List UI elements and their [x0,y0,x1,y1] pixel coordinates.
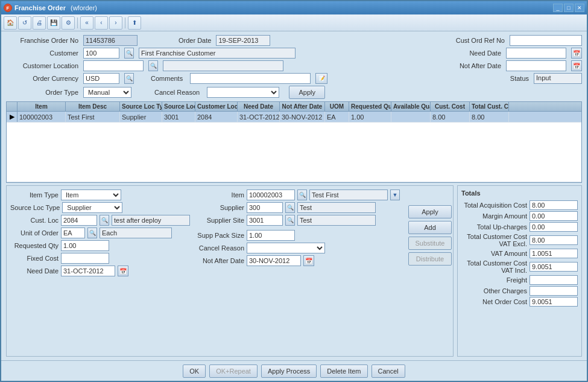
need-date-input[interactable] [506,48,566,59]
order-date-input[interactable] [216,35,270,46]
minimize-button[interactable]: _ [553,4,563,12]
cust-loc-id-input[interactable] [61,215,97,226]
order-type-select[interactable]: Manual [83,87,131,98]
header-apply-button[interactable]: Apply [289,86,325,99]
item-lookup-button[interactable]: 🔍 [297,189,307,200]
item-type-select[interactable]: Item [61,189,121,200]
customer-location-name-input [163,60,283,71]
delete-item-button[interactable]: Delete Item [320,364,367,378]
add-button[interactable]: Add [408,221,452,234]
total-customer-cost-vat-excl-label: Total Customer Cost VAT Excl. [461,233,527,247]
item-extra-button[interactable]: ▼ [390,189,400,200]
order-currency-label: Order Currency [6,75,78,82]
margin-amount-row: Margin Amount [461,211,578,221]
freight-label: Freight [461,276,527,284]
customer-lookup-button[interactable]: 🔍 [124,48,134,59]
total-customer-cost-vat-incl-value [530,262,578,272]
not-after-date-label: Not After Date [441,62,501,69]
unit-of-order-name-input [100,228,172,238]
status-value: Input [534,73,582,84]
other-charges-value[interactable] [530,286,578,296]
supp-pack-size-row: Supp Pack Size [196,230,400,241]
not-after-date-input[interactable] [506,60,566,71]
supplier-site-label: Supplier Site [196,217,244,224]
other-charges-row: Other Charges [461,286,578,296]
unit-of-order-lookup-button[interactable]: 🔍 [87,228,97,238]
ok-repeat-button[interactable]: OK+Repeat [209,364,258,378]
item-type-label: Item Type [10,191,58,199]
item-detail-label: Item [196,191,244,199]
vat-amount-row: VAT Amount [461,249,578,258]
cancel-reason-detail-label: Cancel Reason [196,244,244,252]
total-customer-cost-vat-excl-row: Total Customer Cost VAT Excl. [461,233,578,247]
title-controls[interactable]: _ □ ✕ [553,4,584,12]
row-indicator: ▶ [7,112,17,122]
fixed-cost-label: Fixed Cost [10,255,58,262]
order-currency-input[interactable] [83,73,119,84]
item-desc-col-header: Item Desc [66,102,120,111]
item-col-header: Item [17,102,66,111]
customer-name-input [139,48,296,59]
comments-lookup-button[interactable]: 📝 [315,73,327,84]
ok-button[interactable]: OK [183,364,206,378]
cust-cost-col-header: Cust. Cost [431,102,470,111]
fixed-cost-input[interactable] [61,253,109,264]
freight-value[interactable] [530,275,578,285]
need-date-cell: 31-OCT-2012 [238,112,280,122]
save-button[interactable]: 💾 [47,16,60,30]
cust-loc-lookup-button[interactable]: 🔍 [100,215,109,226]
header-row2: Customer 🔍 Need Date 📅 [6,48,582,59]
total-upcharges-label: Total Up-charges [461,223,527,231]
grid-body: ▶ 100002003 Test First Supplier 3001 208… [7,112,581,182]
not-after-date-detail-calendar-button[interactable]: 📅 [303,255,314,266]
customer-location-input[interactable] [83,60,144,71]
export-button[interactable]: ⬆ [128,16,141,30]
need-date-calendar-button[interactable]: 📅 [571,48,582,59]
home-button[interactable]: 🏠 [4,16,17,30]
options-button[interactable]: ⚙ [62,16,75,30]
supplier-lookup-button[interactable]: 🔍 [285,202,295,213]
cancel-reason-select[interactable] [207,87,279,98]
franchise-order-no-input[interactable] [83,35,138,46]
cust-ord-ref-no-input[interactable] [510,35,582,46]
requested-qty-input[interactable] [61,240,109,251]
maximize-button[interactable]: □ [564,4,574,12]
customer-location-lookup-button[interactable]: 🔍 [148,60,158,71]
nav-prev-button[interactable]: ‹ [95,16,108,30]
not-after-date-cell: 30-NOV-2012 [280,112,325,122]
table-row[interactable]: ▶ 100002003 Test First Supplier 3001 208… [7,112,581,123]
need-date-detail-calendar-button[interactable]: 📅 [118,266,128,276]
cancel-button[interactable]: Cancel [371,364,405,378]
item-id-input[interactable] [247,189,295,200]
total-acquisition-cost-label: Total Acquisition Cost [461,202,527,209]
supplier-site-id-input[interactable] [247,215,283,226]
order-currency-lookup-button[interactable]: 🔍 [124,73,134,84]
not-after-date-detail-input[interactable] [247,255,301,266]
distribute-button[interactable]: Distribute [408,252,452,266]
not-after-date-calendar-button[interactable]: 📅 [571,60,582,71]
print-button[interactable]: 🖨 [33,16,46,30]
source-loc-type-cell: Supplier [120,112,162,122]
uom-col-header: UOM [325,102,349,111]
source-loc-type-detail-select[interactable]: Supplier [62,202,122,213]
nav-next-button[interactable]: › [109,16,122,30]
substitute-button[interactable]: Substitute [408,237,452,250]
comments-input[interactable] [190,73,311,84]
customer-id-input[interactable] [83,48,119,59]
content-area: Franchise Order No Order Date Cust Ord R… [1,31,587,360]
need-date-detail-input[interactable] [61,266,115,276]
supplier-id-input[interactable] [247,202,283,213]
supplier-site-lookup-button[interactable]: 🔍 [285,215,295,226]
apply-process-button[interactable]: Apply Process [261,364,317,378]
unit-of-order-input[interactable] [61,228,85,238]
header-row1: Franchise Order No Order Date Cust Ord R… [6,35,582,46]
apply-detail-button[interactable]: Apply [408,205,452,218]
total-upcharges-row: Total Up-charges [461,222,578,232]
supp-pack-size-input[interactable] [247,230,295,241]
nav-prev-prev-button[interactable]: « [80,16,93,30]
detail-panel: Item Type Item Source Loc Type Supplier [6,185,454,357]
refresh-button[interactable]: ↺ [18,16,31,30]
close-button[interactable]: ✕ [575,4,584,12]
window-icon: F [4,4,12,12]
cancel-reason-detail-select[interactable] [247,243,325,253]
